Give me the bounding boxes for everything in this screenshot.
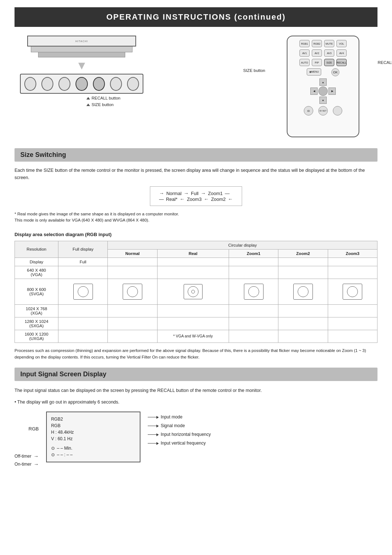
table-display-subrow: Display Full [15,258,377,266]
circle-inner [347,286,358,297]
on-timer-row: On-timer → [15,461,39,467]
vert-freq-text: Input vertical frequency [161,441,206,446]
monitor-stand [31,46,132,52]
monitor-labels: RECALL button SIZE button [43,96,120,107]
display-area-title: Display area selection diagram (RGB inpu… [15,232,377,237]
circle-cell [290,281,316,303]
cell-svga-zoom3 [328,279,377,304]
seq-arrow-6: ← [228,196,233,202]
cell-vga-zoom2 [278,266,328,279]
sequence-diagram: → Normal → Full → Zoom1 — — Real* ← Zoom… [15,186,377,206]
cell-sxga-zoom3 [328,317,377,330]
on-timer-label: On-timer [15,462,32,467]
page-title: OPERATING INSTRUCTIONS (continued) [15,7,377,27]
circle-inner [188,286,199,297]
display-normal-label [108,258,157,266]
circle-cell [180,281,206,303]
cell-uxga-zoom1 [229,330,278,343]
input-signal-diagram: RGB Off-timer → On-timer → RGB2 RGB H : … [15,412,377,467]
seq-arrow-2: → [184,190,189,196]
screen-line-3: H : 48.4kHz [51,430,135,435]
cell-uxga-full [58,330,108,343]
circle-inner [127,286,138,297]
cell-vga-normal [108,266,157,279]
remote-btn-av4: AV4 [336,49,347,57]
seq-top-end-line: — [225,191,229,196]
label-horiz-freq: Input horizontal frequency [148,432,211,437]
circle-inner [248,286,259,297]
cell-uxga-zoom2 [278,330,328,343]
clock-icon-2: ⊙ [51,452,55,457]
circle-outer [343,284,362,300]
off-timer-display: ⊙ – – Min. [51,446,135,451]
cell-sxga-full [58,317,108,330]
on-timer-display: ⊙ – – : – – [51,452,135,457]
base-btn-5 [110,77,122,91]
off-timer-row: Off-timer → [15,453,39,459]
remote-btn-pip: PIP [312,59,322,66]
footnote: * Real mode gives the image of the same … [15,211,377,224]
circle-cell [120,281,145,303]
cell-xga-normal [108,304,157,317]
arrow-signal-mode [148,426,159,426]
cell-xga-zoom3 [328,304,377,317]
remote-btn-auto: AUTO [299,59,310,66]
res-xga: 1024 X 768(XGA) [15,304,58,317]
subheader-zoom1: Zoom1 [229,249,278,258]
remote-btn-av1: AV1 [299,49,310,57]
subheader-zoom2: Zoom2 [278,249,328,258]
circle-outer [73,284,93,300]
remote-dpad-right: ▶ [328,88,336,95]
off-timer-screen-value: – – Min. [57,446,73,451]
input-mode-text: Input mode [161,414,183,420]
cell-vga-zoom3 [328,266,377,279]
cell-xga-zoom1 [229,304,278,317]
cell-sxga-real [157,317,229,330]
remote-dpad-down: ▼ [319,97,327,104]
remote-bottom-row: ID ID SET [291,106,355,116]
remote-body: RGB1 RGB2 MUTE VOL AV1 AV2 AV3 AV4 AUTO … [287,36,359,137]
col-full-display: Full display [58,241,108,258]
monitor-diagram: HITACHI ▼ RECALL button SIZE bu [15,36,149,107]
cell-vga-zoom1 [229,266,278,279]
res-vga: 640 X 480(VGA) [15,266,58,279]
recall-arrow-monitor [86,97,90,100]
screen-line-4: V : 60.1 Hz [51,436,135,441]
bottom-note: Processes such as compression (thinning)… [15,347,377,361]
remote-row-2: AV1 AV2 AV3 AV4 [291,49,355,57]
sequence-box: → Normal → Full → Zoom1 — — Real* ← Zoom… [150,186,242,206]
monitor-base [20,74,143,94]
seq-row-top: → Normal → Full → Zoom1 — [159,190,233,196]
remote-btn-recall: RECALL [336,59,347,66]
subheader-zoom3: Zoom3 [328,249,377,258]
arrow-input-mode [148,417,159,417]
input-signal-heading: Input Signal Screen Display [15,368,377,381]
size-arrow-monitor [86,104,90,106]
table-row: 1024 X 768(XGA) [15,304,377,317]
res-uxga: 1600 X 1200(UXGA) [15,330,58,343]
seq-zoom1: Zoom1 [208,191,222,196]
remote-dpad-center [318,86,328,96]
display-zoom1-label [229,258,278,266]
remote-btn-ok: OK [331,68,339,76]
circle-outer [293,284,313,300]
remote-btn-idset: ID SET [318,106,328,116]
remote-dpad: ▲ ▼ ◀ ▶ [310,78,336,104]
cell-sxga-zoom2 [278,317,328,330]
res-sxga: 1280 X 1024(SXGA) [15,317,58,330]
off-timer-arrow: → [33,453,38,459]
signal-screen: RGB2 RGB H : 48.4kHz V : 60.1 Hz ⊙ – – M… [46,412,140,462]
remote-dpad-left: ◀ [310,88,318,95]
cell-vga-full [58,266,108,279]
input-signal-body1: The input signal status can be displayed… [15,387,377,394]
base-btn-size [75,77,87,91]
display-real-label [157,258,229,266]
seq-arrow-4: ← [180,196,185,202]
display-zoom2-label [278,258,328,266]
monitor-stand2 [38,52,125,57]
seq-arrow-1: → [159,190,164,196]
display-col-label: Display [15,258,58,266]
remote-menu-area: ◉MENU OK [291,68,355,76]
display-zoom3-label [328,258,377,266]
monitor-frame: HITACHI [27,36,136,46]
